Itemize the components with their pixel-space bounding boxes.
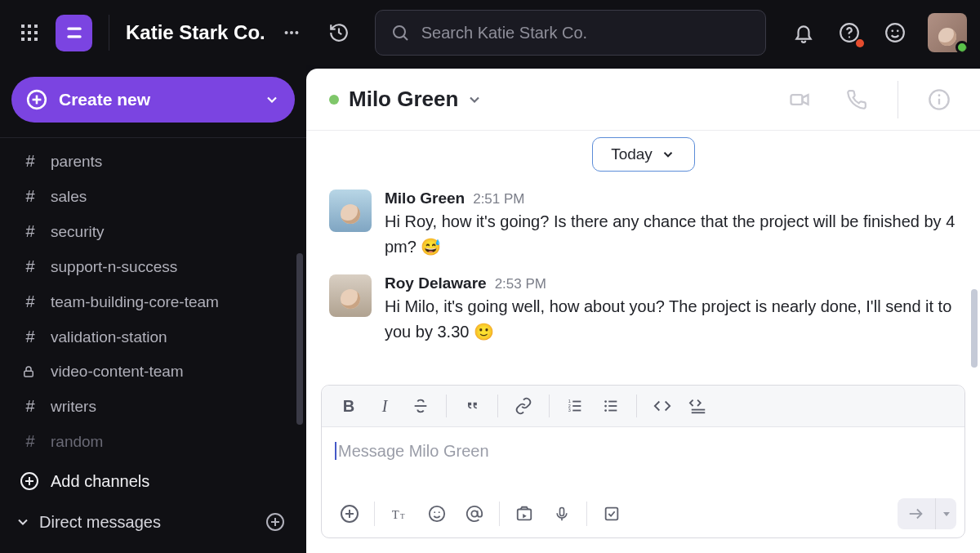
date-divider[interactable]: Today: [592, 137, 695, 172]
channel-label: video-content-team: [51, 363, 184, 381]
message-time: 2:53 PM: [495, 276, 546, 292]
svg-text:T: T: [400, 512, 405, 520]
svg-point-20: [897, 30, 899, 33]
message-input-placeholder: Message Milo Green: [335, 442, 489, 460]
svg-rect-8: [34, 38, 38, 41]
chat-title[interactable]: Milo Green: [349, 87, 458, 112]
message-input[interactable]: Message Milo Green: [322, 427, 964, 493]
svg-rect-3: [21, 31, 24, 34]
chat-body[interactable]: Today Milo Green 2:51 PM Hi Roy, how it'…: [306, 131, 980, 385]
emoji-picker-button[interactable]: [421, 499, 453, 528]
format-strike-button[interactable]: [405, 392, 436, 420]
channel-video-content-team[interactable]: video-content-team: [0, 355, 300, 388]
svg-point-18: [886, 24, 904, 42]
help-button[interactable]: [831, 15, 867, 51]
notifications-button[interactable]: [786, 15, 822, 51]
sidebar: Create new #parents #sales #security #su…: [0, 65, 306, 553]
chat-info-button[interactable]: [921, 82, 957, 118]
channel-random[interactable]: #random: [0, 425, 300, 458]
chat-scrollbar[interactable]: [971, 289, 978, 368]
channel-sales[interactable]: #sales: [0, 180, 300, 213]
svg-marker-32: [803, 95, 808, 105]
message-time: 2:51 PM: [473, 191, 524, 207]
channel-label: sales: [51, 188, 87, 206]
send-button[interactable]: [898, 498, 935, 529]
format-toolbar: B I 123: [322, 386, 964, 427]
hash-icon: #: [21, 397, 39, 416]
svg-point-58: [439, 511, 440, 513]
divider: [497, 395, 498, 417]
workspace-name[interactable]: Katie Stark Co.: [126, 21, 265, 44]
emoji-reactions-button[interactable]: [877, 15, 913, 51]
channel-label: random: [51, 433, 103, 451]
format-italic-button[interactable]: I: [369, 392, 400, 420]
video-call-button[interactable]: [782, 82, 817, 118]
divider: [0, 137, 306, 138]
svg-point-13: [295, 31, 298, 34]
channel-parents[interactable]: #parents: [0, 145, 300, 178]
format-ordered-list-button[interactable]: 123: [559, 392, 590, 420]
svg-line-15: [403, 36, 408, 40]
svg-point-12: [290, 31, 293, 34]
channel-support-n-success[interactable]: #support-n-success: [0, 250, 300, 283]
svg-point-19: [891, 30, 893, 33]
hash-icon: #: [21, 292, 39, 311]
channel-writers[interactable]: #writers: [0, 390, 300, 423]
format-code-button[interactable]: [647, 392, 678, 420]
plus-circle-icon: [26, 89, 47, 110]
create-new-label: Create new: [59, 90, 150, 109]
format-link-button[interactable]: [508, 392, 539, 420]
workspace-logo[interactable]: [56, 15, 92, 51]
history-button[interactable]: [323, 16, 355, 49]
mention-button[interactable]: [458, 499, 491, 528]
avatar-roy[interactable]: [329, 274, 372, 317]
search-bar[interactable]: [375, 10, 766, 56]
composer: B I 123 Message Milo Gree: [321, 385, 965, 538]
channel-label: team-building-core-team: [51, 293, 219, 311]
workspace-menu-button[interactable]: [275, 16, 308, 49]
chevron-down-icon: [15, 514, 31, 530]
audio-call-button[interactable]: [839, 82, 875, 118]
sidebar-scrollbar[interactable]: [296, 253, 303, 425]
add-dm-button[interactable]: [265, 512, 285, 532]
toggle-formatting-button[interactable]: TT: [383, 499, 416, 528]
divider: [374, 502, 375, 526]
message-item[interactable]: Roy Delaware 2:53 PM Hi Milo, it's going…: [329, 274, 957, 345]
format-bold-button[interactable]: B: [333, 392, 364, 420]
record-video-button[interactable]: [508, 499, 541, 528]
format-quote-button[interactable]: [457, 392, 488, 420]
svg-rect-5: [34, 31, 38, 34]
channel-team-building-core-team[interactable]: #team-building-core-team: [0, 285, 300, 319]
divider: [109, 15, 109, 51]
format-codeblock-button[interactable]: [683, 392, 714, 420]
channel-validation-station[interactable]: #validation-station: [0, 320, 300, 354]
message-text: Hi Roy, how it's going? Is there any cha…: [385, 209, 957, 260]
hash-icon: #: [21, 328, 39, 346]
svg-rect-62: [560, 508, 564, 516]
direct-messages-header[interactable]: Direct messages: [0, 499, 306, 532]
channel-label: parents: [51, 153, 102, 171]
svg-point-56: [430, 506, 444, 521]
send-options-button[interactable]: [935, 498, 956, 529]
shortcuts-button[interactable]: [595, 499, 628, 528]
plus-circle-icon: [20, 471, 39, 491]
add-channels-button[interactable]: Add channels: [0, 463, 300, 499]
user-avatar[interactable]: [928, 13, 967, 52]
chat-title-dropdown[interactable]: [466, 91, 483, 108]
app-launcher-button[interactable]: [13, 16, 46, 49]
channel-label: support-n-success: [51, 258, 177, 276]
channel-security[interactable]: #security: [0, 215, 300, 248]
divider: [898, 81, 898, 118]
avatar-milo[interactable]: [329, 190, 372, 232]
hash-icon: #: [21, 187, 39, 206]
chevron-down-icon: [661, 147, 675, 162]
record-audio-button[interactable]: [546, 499, 578, 528]
message-author: Milo Green: [385, 190, 465, 207]
create-new-button[interactable]: Create new: [11, 77, 295, 123]
format-bullet-list-button[interactable]: [595, 392, 626, 420]
composer-bottom-toolbar: TT: [322, 493, 964, 537]
message-item[interactable]: Milo Green 2:51 PM Hi Roy, how it's goin…: [329, 190, 957, 260]
attach-button[interactable]: [333, 499, 366, 528]
search-input[interactable]: [421, 24, 751, 42]
hash-icon: #: [21, 432, 39, 451]
